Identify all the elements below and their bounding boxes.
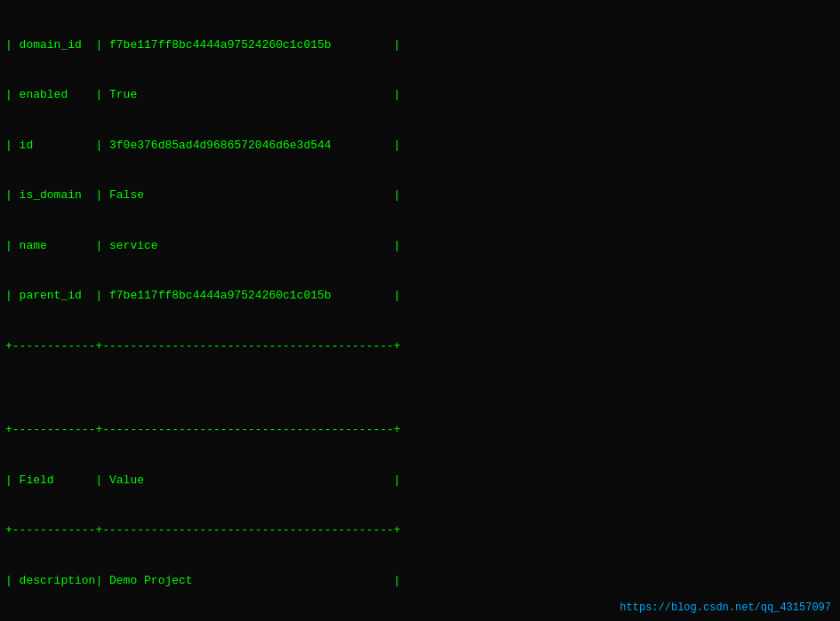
- watermark: https://blog.csdn.net/qq_43157097: [620, 601, 831, 614]
- line-2: | id | 3f0e376d85ad4d9686572046d6e3d544 …: [5, 138, 835, 155]
- line-4: | name | service |: [5, 238, 835, 255]
- line-1: | enabled | True |: [5, 87, 835, 104]
- line-5: | parent_id | f7be117ff8bc4444a97524260c…: [5, 288, 835, 305]
- line-8: +------------+--------------------------…: [5, 422, 835, 439]
- line-10: +------------+--------------------------…: [5, 522, 835, 539]
- line-9: | Field | Value |: [5, 473, 835, 490]
- line-0: | domain_id | f7be117ff8bc4444a97524260c…: [5, 37, 835, 54]
- terminal-window: | domain_id | f7be117ff8bc4444a97524260c…: [0, 0, 840, 621]
- line-6: +------------+--------------------------…: [5, 338, 835, 355]
- line-11: | description| Demo Project |: [5, 573, 835, 590]
- line-3: | is_domain | False |: [5, 187, 835, 204]
